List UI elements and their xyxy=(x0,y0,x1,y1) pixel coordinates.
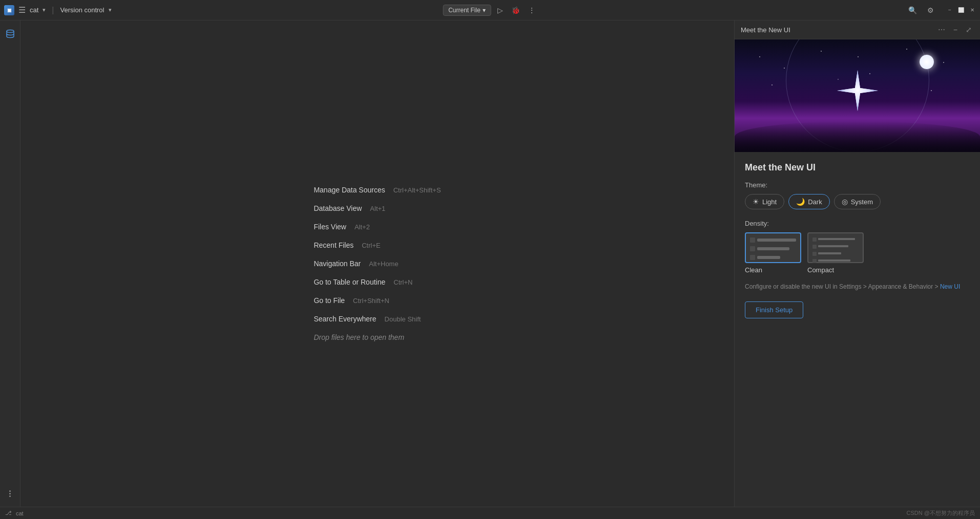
theme-dark-button[interactable]: 🌙 Dark xyxy=(788,194,829,209)
minimize-button[interactable]: − xyxy=(946,7,953,14)
current-file-button[interactable]: Current File ▾ xyxy=(443,5,491,16)
hero-moon xyxy=(920,55,934,69)
sun-icon: ☀ xyxy=(753,198,759,206)
panel-minimize-button[interactable]: − xyxy=(951,25,960,35)
panel-body: Meet the New UI Theme: ☀ Light 🌙 Dark ◎ … xyxy=(735,152,980,507)
sidebar-item-database[interactable] xyxy=(1,25,19,43)
panel-section-title: Meet the New UI xyxy=(745,162,970,173)
version-control-menu[interactable]: Version control xyxy=(60,6,105,14)
meet-new-ui-panel: Meet the New UI ⋯ − ⤢ xyxy=(734,20,980,507)
menu-item-search-everywhere[interactable]: Search Everywhere Double Shift xyxy=(303,310,451,328)
hero-star xyxy=(835,68,881,114)
moon-icon: 🌙 xyxy=(796,198,805,206)
hamburger-menu-icon[interactable]: ☰ xyxy=(18,5,26,15)
status-branch-name[interactable]: cat xyxy=(16,510,24,516)
density-clean-option[interactable]: Clean xyxy=(745,232,801,274)
hero-image xyxy=(735,39,980,152)
titlebar: ▣ ☰ cat ▾ | Version control ▾ Current Fi… xyxy=(0,0,980,20)
finish-setup-button[interactable]: Finish Setup xyxy=(745,301,803,318)
more-actions-icon[interactable]: ⋮ xyxy=(526,4,537,16)
density-options: Clean xyxy=(745,232,970,274)
menu-item-go-to-table[interactable]: Go to Table or Routine Ctrl+N xyxy=(303,273,451,291)
menu-item-database-view[interactable]: Database View Alt+1 xyxy=(303,199,451,218)
menu-list: Manage Data Sources Ctrl+Alt+Shift+S Dat… xyxy=(303,181,451,347)
theme-system-button[interactable]: ◎ System xyxy=(834,194,881,209)
close-button[interactable]: ✕ xyxy=(969,7,976,14)
menu-item-recent-files[interactable]: Recent Files Ctrl+E xyxy=(303,236,451,254)
theme-label: Theme: xyxy=(745,181,970,189)
svg-point-0 xyxy=(7,30,14,33)
status-left: ⎇ cat xyxy=(5,510,24,516)
density-compact-label: Compact xyxy=(807,266,834,274)
theme-system-label: System xyxy=(851,198,873,206)
panel-header: Meet the New UI ⋯ − ⤢ xyxy=(735,20,980,39)
density-compact-preview xyxy=(807,232,864,263)
config-link[interactable]: New UI xyxy=(940,283,960,290)
panel-more-button[interactable]: ⋯ xyxy=(936,25,947,35)
menu-item-manage-data-sources[interactable]: Manage Data Sources Ctrl+Alt+Shift+S xyxy=(303,181,451,199)
debug-icon[interactable]: 🐞 xyxy=(509,4,522,16)
density-clean-preview xyxy=(745,232,801,263)
theme-light-button[interactable]: ☀ Light xyxy=(745,194,784,209)
git-branch-icon: ⎇ xyxy=(5,510,12,516)
restore-button[interactable]: ⬜ xyxy=(957,7,965,14)
panel-expand-button[interactable]: ⤢ xyxy=(964,25,974,35)
theme-light-label: Light xyxy=(762,198,777,206)
theme-options: ☀ Light 🌙 Dark ◎ System xyxy=(745,194,970,209)
main-layout: Manage Data Sources Ctrl+Alt+Shift+S Dat… xyxy=(0,20,980,507)
titlebar-center: Current File ▾ ▷ 🐞 ⋮ xyxy=(443,4,537,16)
project-name[interactable]: cat xyxy=(30,6,38,14)
menu-item-files-view[interactable]: Files View Alt+2 xyxy=(303,218,451,236)
config-text: Configure or disable the new UI in Setti… xyxy=(745,282,970,291)
project-dropdown-arrow[interactable]: ▾ xyxy=(43,7,46,13)
hero-horizon xyxy=(735,121,980,152)
svg-marker-2 xyxy=(837,70,878,111)
sidebar xyxy=(0,20,20,507)
settings-icon[interactable]: ⚙ xyxy=(925,4,936,16)
statusbar: ⎇ cat CSDN @不想努力的程序员 xyxy=(0,507,980,519)
app-icon: ▣ xyxy=(4,5,14,15)
density-compact-option[interactable]: Compact xyxy=(807,232,864,274)
titlebar-left: ▣ ☰ cat ▾ | Version control ▾ xyxy=(4,5,112,15)
search-icon[interactable]: 🔍 xyxy=(906,4,919,16)
density-label: Density: xyxy=(745,220,970,227)
content-area: Manage Data Sources Ctrl+Alt+Shift+S Dat… xyxy=(20,20,734,507)
window-controls: − ⬜ ✕ xyxy=(946,7,976,14)
menu-item-drop-files: Drop files here to open them xyxy=(303,328,451,347)
status-right: CSDN @不想努力的程序员 xyxy=(907,509,975,517)
theme-dark-label: Dark xyxy=(808,198,822,206)
titlebar-actions: 🔍 ⚙ − ⬜ ✕ xyxy=(906,4,976,16)
current-file-arrow: ▾ xyxy=(483,7,486,14)
current-file-label: Current File xyxy=(448,7,481,14)
system-icon: ◎ xyxy=(842,198,848,206)
panel-controls: ⋯ − ⤢ xyxy=(936,25,974,35)
sidebar-item-more[interactable] xyxy=(1,484,19,503)
config-text-before: Configure or disable the new UI in Setti… xyxy=(745,283,940,290)
run-icon[interactable]: ▷ xyxy=(495,4,505,16)
panel-title: Meet the New UI xyxy=(741,26,790,34)
version-control-arrow[interactable]: ▾ xyxy=(109,7,112,13)
separator: | xyxy=(52,6,54,15)
density-clean-label: Clean xyxy=(745,266,762,274)
menu-item-navigation-bar[interactable]: Navigation Bar Alt+Home xyxy=(303,254,451,273)
menu-item-go-to-file[interactable]: Go to File Ctrl+Shift+N xyxy=(303,291,451,310)
